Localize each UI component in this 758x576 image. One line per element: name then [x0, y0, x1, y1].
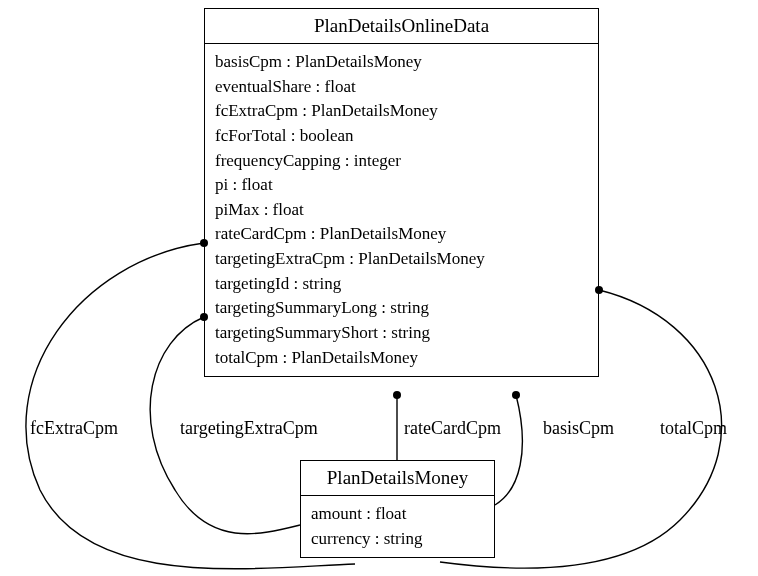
attr-row: fcForTotal : boolean	[215, 124, 588, 149]
attr-row: frequencyCapping : integer	[215, 149, 588, 174]
class-plan-details-money: PlanDetailsMoney amount : float currency…	[300, 460, 495, 558]
attr-row: totalCpm : PlanDetailsMoney	[215, 346, 588, 371]
assoc-label-totalcpm: totalCpm	[660, 418, 727, 439]
assoc-label-fcextracpm: fcExtraCpm	[30, 418, 118, 439]
assoc-label-basiscpm: basisCpm	[543, 418, 614, 439]
attr-row: eventualShare : float	[215, 75, 588, 100]
class-attributes: amount : float currency : string	[301, 496, 494, 557]
attr-row: currency : string	[311, 527, 484, 552]
attr-row: pi : float	[215, 173, 588, 198]
attr-row: fcExtraCpm : PlanDetailsMoney	[215, 99, 588, 124]
svg-point-4	[512, 391, 520, 399]
attr-row: rateCardCpm : PlanDetailsMoney	[215, 222, 588, 247]
attr-row: targetingExtraCpm : PlanDetailsMoney	[215, 247, 588, 272]
attr-row: piMax : float	[215, 198, 588, 223]
attr-row: amount : float	[311, 502, 484, 527]
attr-row: targetingId : string	[215, 272, 588, 297]
class-title: PlanDetailsOnlineData	[205, 9, 598, 44]
attr-row: targetingSummaryLong : string	[215, 296, 588, 321]
attr-row: basisCpm : PlanDetailsMoney	[215, 50, 588, 75]
assoc-label-targetingextracpm: targetingExtraCpm	[180, 418, 318, 439]
class-attributes: basisCpm : PlanDetailsMoney eventualShar…	[205, 44, 598, 376]
class-plan-details-online-data: PlanDetailsOnlineData basisCpm : PlanDet…	[204, 8, 599, 377]
svg-point-1	[393, 391, 401, 399]
attr-row: targetingSummaryShort : string	[215, 321, 588, 346]
class-title: PlanDetailsMoney	[301, 461, 494, 496]
assoc-label-ratecardcpm: rateCardCpm	[404, 418, 501, 439]
